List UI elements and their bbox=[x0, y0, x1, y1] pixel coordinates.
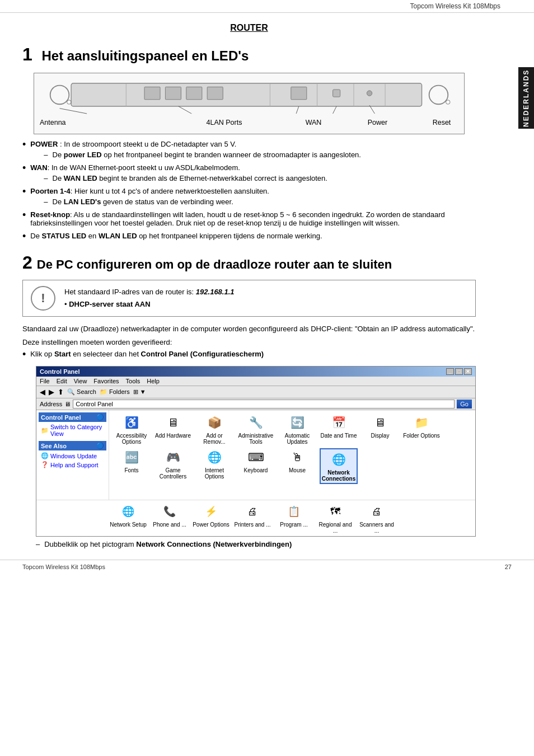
cp-menu-file[interactable]: File bbox=[40, 378, 50, 384]
diagram-labels: Antenna 4LAN Ports WAN Power Reset bbox=[40, 118, 458, 129]
sub-power-text: De power LED op het frontpaneel begint t… bbox=[53, 151, 361, 159]
cp-fonts-label: Fonts bbox=[124, 467, 138, 473]
bullet-power: • POWER : In de stroompoort steekt u de … bbox=[22, 140, 476, 159]
cp-icon-auto-updates[interactable]: 🔄 Automatic Updates bbox=[278, 414, 316, 445]
cp-go-btn[interactable]: Go bbox=[457, 400, 472, 408]
cp-switch-text: Switch to Category View bbox=[50, 424, 104, 437]
cp-forward-btn[interactable]: ▶ bbox=[49, 388, 54, 396]
sub-dash-wan: – bbox=[44, 174, 48, 182]
cp-see-also-title: See Also bbox=[41, 443, 67, 449]
cp-icon-accessibility[interactable]: ♿ Accessibility Options bbox=[113, 414, 151, 445]
cp-switch-view[interactable]: 📁 Switch to Category View bbox=[39, 423, 106, 438]
svg-rect-8 bbox=[333, 90, 340, 97]
cp-icon-printers[interactable]: 🖨 Printers and ... bbox=[233, 503, 271, 534]
cp-icon-add-hardware[interactable]: 🖥 Add Hardware bbox=[154, 414, 192, 445]
cp-game-controllers-label: Game Controllers bbox=[154, 467, 192, 480]
cp-regional-icon: 🗺 bbox=[326, 503, 344, 520]
svg-rect-5 bbox=[186, 87, 202, 99]
cp-programs-icon: 📋 bbox=[285, 503, 303, 520]
bullet-dot-reset: • bbox=[22, 209, 26, 221]
cp-icon-programs[interactable]: 📋 Program ... bbox=[275, 503, 313, 534]
section2-number: 2 bbox=[22, 252, 32, 273]
cp-date-time-label: Date and Time bbox=[320, 433, 357, 439]
cp-mouse-icon: 🖱 bbox=[288, 448, 306, 466]
cp-icon-power-options[interactable]: ⚡ Power Options bbox=[192, 503, 230, 534]
cp-help-icon: ❓ bbox=[41, 461, 49, 468]
svg-rect-3 bbox=[144, 87, 160, 99]
top-bar: Topcom Wireless Kit 108Mbps bbox=[0, 0, 534, 13]
section1-number: 1 bbox=[22, 44, 32, 64]
label-lan: 4LAN Ports bbox=[182, 119, 266, 126]
cp-bottom-row: 🌐 Network Setup 📞 Phone and ... ⚡ Power … bbox=[36, 500, 475, 536]
bullet-content-poorten: Poorten 1-4: Hier kunt u tot 4 pc's of a… bbox=[30, 187, 476, 206]
cp-icon-mouse[interactable]: 🖱 Mouse bbox=[278, 448, 316, 484]
cp-menu-edit[interactable]: Edit bbox=[57, 378, 67, 384]
cp-menu-help[interactable]: Help bbox=[147, 378, 160, 384]
cp-address-input[interactable] bbox=[73, 400, 455, 408]
cp-help-support[interactable]: ❓ Help and Support bbox=[39, 461, 106, 469]
klik-pre: Klik op bbox=[30, 350, 54, 358]
svg-rect-7 bbox=[291, 87, 307, 99]
bullet-content-power: POWER : In de stroompoort steekt u de DC… bbox=[30, 140, 476, 159]
cp-menu-bar: File Edit View Favorites Tools Help bbox=[36, 377, 475, 386]
cp-icon-phone[interactable]: 📞 Phone and ... bbox=[151, 503, 189, 534]
cp-windows-update[interactable]: 🌐 Windows Update bbox=[39, 452, 106, 460]
cp-icon-add-remove[interactable]: 📦 Add or Remov... bbox=[195, 414, 233, 445]
status-text: De STATUS LED en WLAN LED op het frontpa… bbox=[30, 232, 322, 240]
cp-regional-label: Regional and ... bbox=[316, 522, 354, 534]
bullet-content-klik: Klik op Start en selecteer dan het Contr… bbox=[30, 350, 476, 358]
cp-see-also-section: See Also 🔵 🌐 Windows Update ❓ Help and S… bbox=[39, 441, 106, 469]
cp-icon-admin-tools[interactable]: 🔧 Administrative Tools bbox=[237, 414, 275, 445]
cp-minimize-btn[interactable]: _ bbox=[446, 368, 454, 375]
svg-point-1 bbox=[50, 86, 69, 105]
wan-key: WAN bbox=[30, 163, 47, 172]
cp-main: Control Panel 🔵 📁 Switch to Category Vie… bbox=[36, 410, 475, 500]
cp-folders-btn[interactable]: 📁 Folders bbox=[100, 388, 130, 396]
wan-text: : In de WAN Ethernet-poort steekt u uw A… bbox=[48, 163, 240, 172]
cp-icon-folder-options[interactable]: 📁 Folder Options bbox=[402, 414, 441, 445]
cp-power-options-icon: ⚡ bbox=[202, 503, 220, 520]
cp-icon-network-connections[interactable]: 🌐 Network Connections bbox=[320, 448, 358, 484]
cp-mouse-label: Mouse bbox=[289, 467, 306, 473]
cp-network-connections-label: Network Connections bbox=[322, 469, 356, 482]
cp-icon-date-time[interactable]: 📅 Date and Time bbox=[320, 414, 358, 445]
cp-menu-view[interactable]: View bbox=[74, 378, 87, 384]
cp-folder-icon: 📁 bbox=[41, 427, 49, 434]
cp-sidebar-header: Control Panel 🔵 bbox=[39, 412, 106, 422]
section2-text: De PC configureren om op de draadloze ro… bbox=[37, 257, 392, 272]
cp-search-btn[interactable]: 🔍 Search bbox=[67, 388, 96, 396]
para1: Standaard zal uw (Draadloze) netwerkadap… bbox=[22, 323, 476, 335]
cp-add-remove-label: Add or Remov... bbox=[195, 433, 233, 445]
cp-views-btn[interactable]: ⊞ ▼ bbox=[133, 388, 146, 396]
cp-address-label: Address bbox=[40, 401, 62, 407]
cp-see-also-expand: 🔵 bbox=[96, 442, 104, 449]
cp-up-btn[interactable]: ⬆ bbox=[58, 388, 64, 396]
cp-icon-keyboard[interactable]: ⌨ Keyboard bbox=[237, 448, 275, 484]
cp-game-controllers-icon: 🎮 bbox=[164, 448, 182, 466]
cp-phone-icon: 📞 bbox=[161, 503, 179, 520]
top-bar-title: Topcom Wireless Kit 108Mbps bbox=[410, 2, 500, 10]
cp-maximize-btn[interactable]: □ bbox=[455, 368, 463, 375]
router-diagram: Antenna 4LAN Ports WAN Power Reset bbox=[34, 73, 465, 134]
cp-icon-scanners[interactable]: 🖨 Scanners and ... bbox=[358, 503, 396, 534]
cp-menu-tools[interactable]: Tools bbox=[126, 378, 140, 384]
cp-back-btn[interactable]: ◀ bbox=[40, 388, 45, 396]
cp-fonts-icon: 🔤 bbox=[123, 448, 140, 466]
sub-poorten-text: De LAN LED's geven de status van de verb… bbox=[53, 198, 233, 206]
svg-point-9 bbox=[367, 91, 372, 96]
cp-icon-regional[interactable]: 🗺 Regional and ... bbox=[316, 503, 354, 534]
cp-internet-options-label: Internet Options bbox=[195, 467, 233, 480]
cp-programs-label: Program ... bbox=[280, 522, 307, 528]
cp-icon-fonts[interactable]: 🔤 Fonts bbox=[113, 448, 151, 484]
reset-text: : Als u de standaardinstellingen wilt la… bbox=[30, 210, 444, 227]
cp-icon-display[interactable]: 🖥 Display bbox=[361, 414, 399, 445]
power-key: POWER bbox=[30, 140, 58, 148]
cp-add-hardware-label: Add Hardware bbox=[155, 433, 191, 439]
cp-icon-internet-options[interactable]: 🌐 Internet Options bbox=[195, 448, 233, 484]
cp-icon-game-controllers[interactable]: 🎮 Game Controllers bbox=[154, 448, 192, 484]
cp-menu-favorites[interactable]: Favorites bbox=[93, 378, 119, 384]
cp-close-btn[interactable]: ✕ bbox=[464, 368, 472, 375]
svg-line-17 bbox=[60, 109, 87, 114]
section1-text: Het aansluitingspaneel en LED's bbox=[41, 48, 249, 63]
cp-icon-network-setup[interactable]: 🌐 Network Setup bbox=[109, 503, 147, 534]
